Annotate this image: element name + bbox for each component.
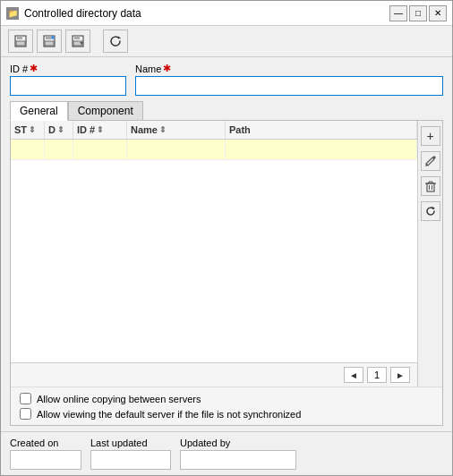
online-copy-label: Allow online copying between servers [37, 394, 201, 404]
save-button-1[interactable] [8, 30, 33, 53]
minimize-button[interactable]: — [389, 5, 407, 21]
svg-point-6 [51, 36, 55, 39]
refresh-icon [108, 34, 123, 48]
delete-row-button[interactable] [421, 176, 440, 196]
svg-rect-11 [427, 183, 434, 191]
view-default-label: Allow viewing the default server if the … [37, 409, 301, 420]
table-header: ST ⇕ D ⇕ ID # ⇕ [11, 121, 417, 140]
footer-updated-field: Last updated [90, 438, 171, 470]
svg-rect-5 [45, 41, 54, 46]
last-updated-input[interactable] [90, 450, 171, 470]
online-copy-checkbox[interactable] [20, 393, 31, 404]
tabs-header: General Component [10, 101, 443, 121]
title-bar: 📁 Controlled directory data — □ ✕ [1, 1, 452, 26]
footer-created-field: Created on [10, 438, 81, 470]
checkbox-row-2: Allow viewing the default server if the … [20, 408, 433, 420]
trash-icon [424, 180, 437, 192]
col-header-id: ID # ⇕ [73, 121, 127, 139]
table-body [11, 140, 417, 362]
col-header-d: D ⇕ [45, 121, 73, 139]
id-label: ID # ✱ [10, 63, 126, 74]
checkboxes-area: Allow online copying between servers All… [11, 387, 442, 425]
title-bar-left: 📁 Controlled directory data [6, 7, 141, 20]
refresh-table-icon [424, 205, 437, 217]
svg-rect-1 [17, 36, 22, 39]
maximize-button[interactable]: □ [409, 5, 427, 21]
tab-component[interactable]: Component [68, 101, 143, 121]
tabs-container: General Component ST ⇕ D [10, 101, 443, 426]
table-main: ST ⇕ D ⇕ ID # ⇕ [11, 121, 417, 387]
id-field: ID # ✱ [10, 63, 126, 96]
form-row: ID # ✱ Name ✱ [10, 63, 443, 96]
save-icon-3 [71, 34, 85, 48]
table-wrapper: ST ⇕ D ⇕ ID # ⇕ [11, 121, 442, 387]
next-page-button[interactable]: ► [390, 367, 410, 383]
cell-id [73, 140, 127, 159]
created-on-input[interactable] [10, 450, 81, 470]
cell-path [226, 140, 417, 159]
title-controls: — □ ✕ [389, 5, 447, 21]
cell-name [127, 140, 226, 159]
window-title: Controlled directory data [24, 7, 141, 20]
edit-row-button[interactable] [421, 151, 440, 171]
svg-marker-12 [432, 207, 435, 209]
name-input[interactable] [135, 76, 443, 96]
checkbox-row-1: Allow online copying between servers [20, 393, 433, 404]
tab-content: ST ⇕ D ⇕ ID # ⇕ [10, 120, 443, 426]
id-required: ✱ [30, 63, 38, 74]
footer-updated-by-field: Updated by [180, 438, 296, 470]
col-header-path: Path [226, 121, 417, 139]
pagination: ◄ 1 ► [11, 362, 417, 387]
svg-rect-8 [74, 36, 80, 39]
col-header-name: Name ⇕ [127, 121, 226, 139]
toolbar [1, 26, 452, 57]
add-row-button[interactable]: + [421, 126, 440, 146]
main-window: 📁 Controlled directory data — □ ✕ [0, 0, 453, 476]
col-header-st: ST ⇕ [11, 121, 45, 139]
svg-rect-2 [16, 41, 25, 46]
toolbar-refresh-button[interactable] [103, 30, 128, 53]
save-icon-1 [13, 34, 28, 48]
created-on-label: Created on [10, 438, 81, 448]
svg-marker-10 [118, 36, 121, 38]
footer: Created on Last updated Updated by [1, 431, 452, 475]
cell-d [45, 140, 73, 159]
id-input[interactable] [10, 76, 126, 96]
last-updated-label: Last updated [90, 438, 171, 448]
save-button-3[interactable] [65, 30, 90, 53]
prev-page-button[interactable]: ◄ [344, 367, 363, 383]
updated-by-input[interactable] [180, 450, 296, 470]
window-icon: 📁 [6, 7, 19, 20]
svg-rect-4 [46, 36, 51, 39]
tab-general[interactable]: General [10, 101, 68, 121]
cell-st [11, 140, 45, 159]
refresh-table-button[interactable] [421, 201, 440, 221]
name-field: Name ✱ [135, 63, 443, 96]
save-icon-2 [42, 34, 56, 48]
updated-by-label: Updated by [180, 438, 296, 448]
save-button-2[interactable] [37, 30, 62, 53]
view-default-checkbox[interactable] [20, 408, 31, 420]
page-number: 1 [367, 367, 387, 383]
content-area: ID # ✱ Name ✱ General Component [1, 57, 452, 431]
table-row[interactable] [11, 140, 417, 160]
name-required: ✱ [163, 63, 171, 74]
name-label: Name ✱ [135, 63, 443, 74]
close-button[interactable]: ✕ [429, 5, 447, 21]
table-sidebar: + [417, 121, 442, 387]
edit-icon [424, 155, 437, 167]
